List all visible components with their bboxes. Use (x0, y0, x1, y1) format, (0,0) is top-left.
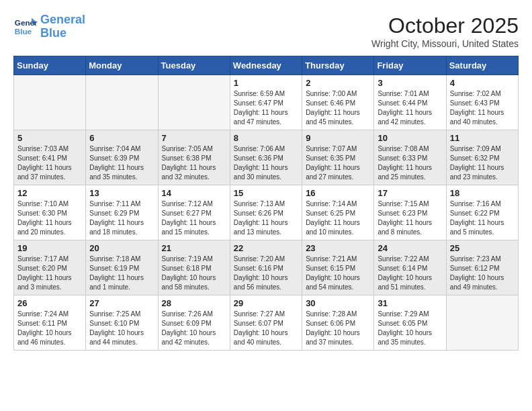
day-number: 28 (162, 298, 226, 308)
title-block: October 2025 Wright City, Missouri, Unit… (371, 13, 519, 49)
table-row: 28Sunrise: 7:26 AM Sunset: 6:09 PM Dayli… (158, 295, 230, 351)
col-tuesday: Tuesday (158, 56, 230, 75)
day-info: Sunrise: 7:00 AM Sunset: 6:46 PM Dayligh… (306, 89, 370, 127)
table-row: 5Sunrise: 7:03 AM Sunset: 6:41 PM Daylig… (14, 130, 86, 185)
day-info: Sunrise: 7:07 AM Sunset: 6:35 PM Dayligh… (306, 144, 370, 182)
day-number: 8 (234, 133, 298, 143)
calendar-week-row: 5Sunrise: 7:03 AM Sunset: 6:41 PM Daylig… (14, 130, 519, 185)
table-row: 3Sunrise: 7:01 AM Sunset: 6:44 PM Daylig… (374, 75, 446, 130)
day-number: 20 (89, 243, 154, 253)
col-wednesday: Wednesday (230, 56, 302, 75)
day-info: Sunrise: 7:05 AM Sunset: 6:38 PM Dayligh… (162, 144, 226, 182)
day-number: 24 (378, 243, 442, 253)
logo: General Blue General Blue (13, 13, 85, 40)
table-row: 19Sunrise: 7:17 AM Sunset: 6:20 PM Dayli… (14, 240, 86, 295)
day-info: Sunrise: 7:03 AM Sunset: 6:41 PM Dayligh… (17, 144, 82, 182)
table-row: 31Sunrise: 7:29 AM Sunset: 6:05 PM Dayli… (374, 295, 446, 351)
table-row: 9Sunrise: 7:07 AM Sunset: 6:35 PM Daylig… (302, 130, 374, 185)
table-row: 13Sunrise: 7:11 AM Sunset: 6:29 PM Dayli… (86, 185, 158, 240)
day-info: Sunrise: 7:16 AM Sunset: 6:22 PM Dayligh… (450, 199, 515, 237)
day-number: 25 (450, 243, 515, 253)
day-number: 17 (378, 188, 442, 198)
day-info: Sunrise: 7:19 AM Sunset: 6:18 PM Dayligh… (162, 255, 226, 292)
day-number: 15 (234, 188, 298, 198)
table-row: 30Sunrise: 7:28 AM Sunset: 6:06 PM Dayli… (302, 295, 374, 351)
day-info: Sunrise: 7:21 AM Sunset: 6:15 PM Dayligh… (306, 255, 370, 292)
day-number: 21 (162, 243, 226, 253)
day-info: Sunrise: 7:27 AM Sunset: 6:07 PM Dayligh… (234, 310, 298, 347)
table-row: 6Sunrise: 7:04 AM Sunset: 6:39 PM Daylig… (86, 130, 158, 185)
col-thursday: Thursday (302, 56, 374, 75)
day-info: Sunrise: 7:06 AM Sunset: 6:36 PM Dayligh… (234, 144, 298, 182)
day-info: Sunrise: 7:17 AM Sunset: 6:20 PM Dayligh… (17, 255, 82, 292)
day-number: 11 (450, 133, 515, 143)
day-info: Sunrise: 7:09 AM Sunset: 6:32 PM Dayligh… (450, 144, 515, 182)
location: Wright City, Missouri, United States (371, 38, 519, 49)
logo-icon: General Blue (13, 15, 38, 39)
table-row: 24Sunrise: 7:22 AM Sunset: 6:14 PM Dayli… (374, 240, 446, 295)
day-number: 7 (162, 133, 226, 143)
day-info: Sunrise: 7:28 AM Sunset: 6:06 PM Dayligh… (306, 310, 370, 347)
table-row: 25Sunrise: 7:23 AM Sunset: 6:12 PM Dayli… (446, 240, 518, 295)
table-row: 14Sunrise: 7:12 AM Sunset: 6:27 PM Dayli… (158, 185, 230, 240)
svg-text:Blue: Blue (15, 27, 32, 36)
day-number: 3 (378, 78, 442, 88)
table-row: 8Sunrise: 7:06 AM Sunset: 6:36 PM Daylig… (230, 130, 302, 185)
day-number: 16 (306, 188, 370, 198)
day-info: Sunrise: 7:25 AM Sunset: 6:10 PM Dayligh… (89, 310, 154, 347)
table-row: 26Sunrise: 7:24 AM Sunset: 6:11 PM Dayli… (14, 295, 86, 351)
table-row: 17Sunrise: 7:15 AM Sunset: 6:23 PM Dayli… (374, 185, 446, 240)
calendar-header-row: Sunday Monday Tuesday Wednesday Thursday… (14, 56, 519, 75)
day-info: Sunrise: 7:15 AM Sunset: 6:23 PM Dayligh… (378, 199, 442, 237)
day-number: 31 (378, 298, 442, 308)
day-info: Sunrise: 6:59 AM Sunset: 6:47 PM Dayligh… (234, 89, 298, 127)
calendar-body: 1Sunrise: 6:59 AM Sunset: 6:47 PM Daylig… (14, 75, 519, 351)
page-header: General Blue General Blue October 2025 W… (13, 13, 519, 49)
day-info: Sunrise: 7:26 AM Sunset: 6:09 PM Dayligh… (162, 310, 226, 347)
table-row: 22Sunrise: 7:20 AM Sunset: 6:16 PM Dayli… (230, 240, 302, 295)
table-row: 29Sunrise: 7:27 AM Sunset: 6:07 PM Dayli… (230, 295, 302, 351)
day-info: Sunrise: 7:08 AM Sunset: 6:33 PM Dayligh… (378, 144, 442, 182)
day-number: 26 (17, 298, 82, 308)
day-number: 27 (89, 298, 154, 308)
table-row (158, 75, 230, 130)
day-number: 5 (17, 133, 82, 143)
day-info: Sunrise: 7:02 AM Sunset: 6:43 PM Dayligh… (450, 89, 515, 127)
col-sunday: Sunday (14, 56, 86, 75)
day-number: 14 (162, 188, 226, 198)
table-row: 16Sunrise: 7:14 AM Sunset: 6:25 PM Dayli… (302, 185, 374, 240)
col-friday: Friday (374, 56, 446, 75)
calendar-table: Sunday Monday Tuesday Wednesday Thursday… (13, 56, 519, 351)
calendar-week-row: 12Sunrise: 7:10 AM Sunset: 6:30 PM Dayli… (14, 185, 519, 240)
day-number: 6 (89, 133, 154, 143)
col-saturday: Saturday (446, 56, 518, 75)
table-row: 12Sunrise: 7:10 AM Sunset: 6:30 PM Dayli… (14, 185, 86, 240)
logo-text: General Blue (40, 13, 85, 40)
calendar-week-row: 1Sunrise: 6:59 AM Sunset: 6:47 PM Daylig… (14, 75, 519, 130)
day-info: Sunrise: 7:12 AM Sunset: 6:27 PM Dayligh… (162, 199, 226, 237)
day-info: Sunrise: 7:22 AM Sunset: 6:14 PM Dayligh… (378, 255, 442, 292)
day-number: 1 (234, 78, 298, 88)
day-number: 29 (234, 298, 298, 308)
day-info: Sunrise: 7:14 AM Sunset: 6:25 PM Dayligh… (306, 199, 370, 237)
table-row: 11Sunrise: 7:09 AM Sunset: 6:32 PM Dayli… (446, 130, 518, 185)
table-row: 23Sunrise: 7:21 AM Sunset: 6:15 PM Dayli… (302, 240, 374, 295)
table-row: 20Sunrise: 7:18 AM Sunset: 6:19 PM Dayli… (86, 240, 158, 295)
day-number: 13 (89, 188, 154, 198)
table-row: 7Sunrise: 7:05 AM Sunset: 6:38 PM Daylig… (158, 130, 230, 185)
calendar-week-row: 19Sunrise: 7:17 AM Sunset: 6:20 PM Dayli… (14, 240, 519, 295)
table-row: 10Sunrise: 7:08 AM Sunset: 6:33 PM Dayli… (374, 130, 446, 185)
logo-line2: Blue (40, 26, 66, 40)
day-info: Sunrise: 7:11 AM Sunset: 6:29 PM Dayligh… (89, 199, 154, 237)
day-number: 2 (306, 78, 370, 88)
day-info: Sunrise: 7:01 AM Sunset: 6:44 PM Dayligh… (378, 89, 442, 127)
logo-line1: General (40, 13, 85, 26)
day-number: 18 (450, 188, 515, 198)
col-monday: Monday (86, 56, 158, 75)
day-number: 19 (17, 243, 82, 253)
day-info: Sunrise: 7:13 AM Sunset: 6:26 PM Dayligh… (234, 199, 298, 237)
day-info: Sunrise: 7:24 AM Sunset: 6:11 PM Dayligh… (17, 310, 82, 347)
table-row: 1Sunrise: 6:59 AM Sunset: 6:47 PM Daylig… (230, 75, 302, 130)
day-number: 12 (17, 188, 82, 198)
day-info: Sunrise: 7:10 AM Sunset: 6:30 PM Dayligh… (17, 199, 82, 237)
